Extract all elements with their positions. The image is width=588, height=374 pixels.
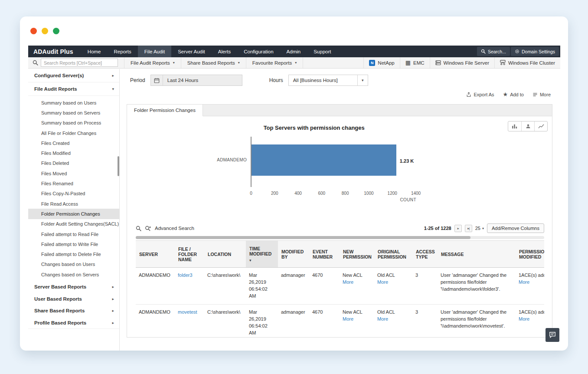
source-windows-file-server[interactable]: Windows File Server bbox=[430, 57, 494, 68]
column-header-message[interactable]: MESSAGE bbox=[438, 241, 516, 268]
sidebar-item-summary-based-on-process[interactable]: Summary based on Process bbox=[28, 118, 119, 128]
source-label: Windows File Server bbox=[444, 60, 489, 66]
sidebar-item-files-deleted[interactable]: Files Deleted bbox=[28, 158, 119, 168]
topnav-items: HomeReportsFile AuditServer AuditAlertsC… bbox=[81, 46, 338, 57]
sidebar-item-changes-based-on-servers[interactable]: Changes based on Servers bbox=[28, 269, 119, 279]
more-button[interactable]: More bbox=[532, 92, 551, 97]
more-link[interactable]: More bbox=[519, 279, 529, 285]
search-icon[interactable] bbox=[136, 226, 141, 231]
sidebar-item-folder-audit-setting-changes-sacl[interactable]: Folder Audit Setting Changes(SACL) bbox=[28, 219, 119, 229]
column-header-event-number[interactable]: EVENT NUMBER bbox=[309, 241, 340, 268]
sidebar-section-server-based-reports[interactable]: Server Based Reports▸ bbox=[28, 281, 119, 293]
advanced-search-label[interactable]: Advanced Search bbox=[155, 226, 194, 231]
file-link[interactable]: movetest bbox=[178, 309, 197, 315]
sidebar-item-all-file-or-folder-changes[interactable]: All File or Folder Changes bbox=[28, 128, 119, 138]
sidebar-item-files-modified[interactable]: Files Modified bbox=[28, 148, 119, 158]
last-page-button[interactable]: ▸| bbox=[465, 225, 472, 232]
dropdown-share-based-reports[interactable]: Share Based Reports▾ bbox=[181, 57, 246, 68]
nav-item-alerts[interactable]: Alerts bbox=[212, 46, 237, 57]
sidebar-item-summary-based-on-users[interactable]: Summary based on Users bbox=[28, 98, 119, 108]
domain-settings-button[interactable]: Domain Settings bbox=[511, 47, 559, 56]
add-remove-columns-button[interactable]: Add/Remove Columns bbox=[487, 223, 544, 233]
period-picker[interactable]: Last 24 Hours bbox=[150, 75, 242, 86]
sidebar-item-files-renamed[interactable]: Files Renamed bbox=[28, 178, 119, 188]
column-header-file-folder-name[interactable]: FILE / FOLDER NAME bbox=[175, 241, 204, 268]
window-zoom-button[interactable] bbox=[53, 28, 59, 34]
dropdown-favourite-reports[interactable]: Favourite Reports▾ bbox=[246, 57, 303, 68]
sidebar-item-failed-attempt-to-read-file[interactable]: Failed attempt to Read File bbox=[28, 229, 119, 239]
star-icon: ★ bbox=[503, 92, 508, 97]
sidebar-section-file-audit-reports[interactable]: File Audit Reports ▾ bbox=[28, 82, 119, 96]
scrollbar-thumb[interactable] bbox=[136, 236, 470, 239]
user-report-icon[interactable] bbox=[521, 121, 534, 131]
file-link[interactable]: folder3 bbox=[178, 272, 193, 278]
location-cell: C:\shares\work\ bbox=[204, 304, 246, 337]
bar-chart-icon[interactable] bbox=[508, 121, 521, 131]
window-close-button[interactable] bbox=[30, 28, 37, 34]
sort-descending-icon[interactable]: ▾ bbox=[249, 258, 274, 262]
source-emc[interactable]: ▦EMC bbox=[400, 57, 430, 68]
sidebar-item-file-read-access[interactable]: File Read Access bbox=[28, 199, 119, 209]
sidebar-item-folder-permission-changes[interactable]: Folder Permission Changes bbox=[28, 209, 119, 219]
source-windows-file-cluster[interactable]: Windows File Cluster bbox=[494, 57, 560, 68]
sidebar-scrollbar[interactable] bbox=[118, 156, 119, 176]
nav-item-reports[interactable]: Reports bbox=[108, 46, 138, 57]
column-header-server[interactable]: SERVER bbox=[136, 241, 175, 268]
more-link[interactable]: More bbox=[343, 279, 353, 285]
dropdown-file-audit-reports[interactable]: File Audit Reports▾ bbox=[124, 57, 181, 68]
nav-item-home[interactable]: Home bbox=[81, 46, 108, 57]
column-header-permissions-modified[interactable]: PERMISSIONS MODIFIED bbox=[516, 241, 544, 268]
more-link[interactable]: More bbox=[377, 316, 388, 322]
column-header-new-permission[interactable]: NEW PERMISSION bbox=[340, 241, 374, 268]
sidebar-item-summary-based-on-servers[interactable]: Summary based on Servers bbox=[28, 108, 119, 118]
global-search-button[interactable]: Search... bbox=[477, 47, 510, 56]
more-link[interactable]: More bbox=[343, 316, 353, 322]
sidebar-item-failed-attempt-to-write-file[interactable]: Failed attempt to Write File bbox=[28, 239, 119, 249]
app-logo: ADAudit Plus bbox=[28, 46, 81, 57]
nav-item-file-audit[interactable]: File Audit bbox=[138, 46, 171, 57]
chat-button[interactable] bbox=[546, 328, 559, 342]
sidebar-item-files-created[interactable]: Files Created bbox=[28, 138, 119, 148]
sidebar-section-share-based-reports[interactable]: Share Based Reports▸ bbox=[28, 305, 119, 317]
sidebar-item-files-copy-n-pasted[interactable]: Files Copy-N-Pasted bbox=[28, 189, 119, 199]
sidebar-item-files-moved[interactable]: Files Moved bbox=[28, 168, 119, 178]
search-reports-input[interactable] bbox=[41, 59, 118, 67]
column-header-original-permission[interactable]: ORIGINAL PERMISSION bbox=[374, 241, 412, 268]
emc-icon: ▦ bbox=[405, 60, 411, 66]
window-minimize-button[interactable] bbox=[42, 28, 48, 34]
export-as-button[interactable]: Export As bbox=[466, 92, 494, 97]
column-header-location[interactable]: LOCATION bbox=[204, 241, 246, 268]
column-label: SERVER bbox=[139, 252, 158, 257]
chart-bar[interactable] bbox=[252, 144, 396, 176]
sidebar-section-profile-based-reports[interactable]: Profile Based Reports▸ bbox=[28, 317, 119, 329]
add-to-button[interactable]: ★ Add to bbox=[503, 92, 523, 97]
sidebar-section-user-based-reports[interactable]: User Based Reports▸ bbox=[28, 293, 119, 305]
column-label: LOCATION bbox=[208, 252, 231, 257]
horizontal-scrollbar[interactable] bbox=[136, 236, 544, 239]
advanced-search-icon[interactable] bbox=[145, 226, 151, 231]
page-size-value: 25 bbox=[475, 226, 480, 231]
column-header-time-modified[interactable]: TIME MODIFIED▾ bbox=[246, 241, 278, 268]
nav-item-support[interactable]: Support bbox=[307, 46, 337, 57]
modified-by-cell: admanager bbox=[278, 268, 309, 305]
hours-select[interactable]: All [Business Hours] ▾ bbox=[288, 75, 368, 86]
more-link[interactable]: More bbox=[377, 279, 388, 285]
column-header-access-type[interactable]: ACCESS TYPE bbox=[412, 241, 438, 268]
line-chart-icon[interactable] bbox=[534, 121, 547, 131]
sidebar-item-changes-based-on-users[interactable]: Changes based on Users bbox=[28, 259, 119, 269]
nav-item-admin[interactable]: Admin bbox=[280, 46, 307, 57]
next-page-button[interactable]: ▸ bbox=[454, 225, 462, 232]
source-netapp[interactable]: NNetApp bbox=[363, 57, 399, 68]
tab-folder-permission-changes[interactable]: Folder Permission Changes bbox=[127, 105, 203, 116]
sidebar-item-failed-attempt-to-delete-file[interactable]: Failed attempt to Delete File bbox=[28, 249, 119, 259]
period-value[interactable]: Last 24 Hours bbox=[163, 78, 242, 83]
column-header-modified-by[interactable]: MODIFIED BY bbox=[278, 241, 309, 268]
nav-item-server-audit[interactable]: Server Audit bbox=[171, 46, 212, 57]
calendar-icon[interactable] bbox=[151, 75, 163, 85]
page-size-select[interactable]: 25 ▾ bbox=[475, 226, 484, 231]
column-label: ORIGINAL PERMISSION bbox=[378, 249, 406, 259]
more-link[interactable]: More bbox=[519, 316, 529, 322]
sidebar-section-configured-servers[interactable]: Configured Server(s) ▸ bbox=[28, 69, 119, 82]
section-label: Configured Server(s) bbox=[34, 73, 84, 78]
nav-item-configuration[interactable]: Configuration bbox=[237, 46, 280, 57]
